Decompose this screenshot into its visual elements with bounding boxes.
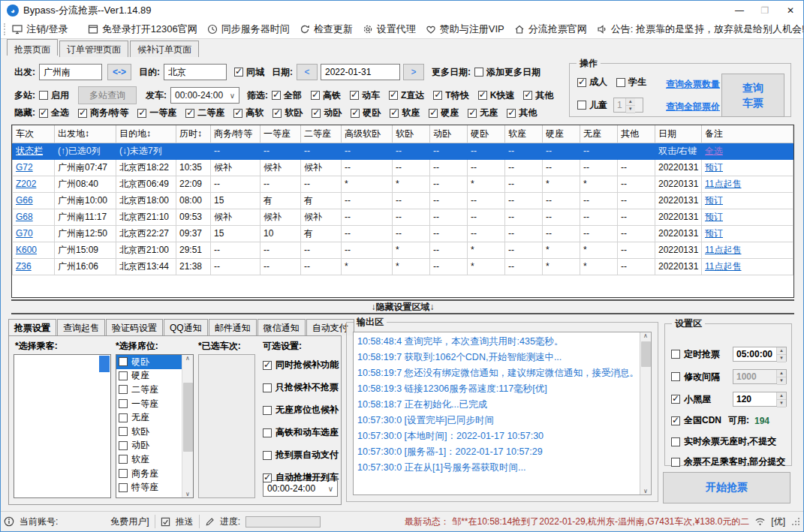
add-more-dates-checkbox[interactable]: 添加更多日期	[474, 66, 541, 79]
settings-tab-4[interactable]: 邮件通知	[209, 319, 257, 335]
seat-option-9[interactable]: 特等座	[116, 480, 182, 494]
child-count-stepper[interactable]: 1▲▼	[613, 98, 643, 113]
settings-tab-0[interactable]: 抢票设置	[8, 319, 56, 335]
hide-checkbox-4[interactable]: 高软	[233, 107, 263, 119]
child-checkbox[interactable]: 儿童	[577, 99, 607, 112]
multi-enable-checkbox[interactable]: 启用	[39, 89, 69, 102]
scroll-up-icon[interactable]: ∧	[185, 355, 190, 362]
query-tickets-button[interactable]: 查询 车票	[721, 74, 784, 117]
hide-checkbox-6[interactable]: 动卧	[312, 107, 342, 119]
book-link[interactable]: 11点起售	[705, 179, 741, 189]
start-grab-button[interactable]: 开始抢票	[663, 472, 790, 503]
toolbar-open-12306[interactable]: 免登录打开12306官网	[88, 23, 197, 36]
column-header[interactable]: 软座	[505, 125, 543, 143]
column-header[interactable]: 二等座	[301, 125, 342, 143]
column-header[interactable]: 历时↕	[176, 125, 211, 143]
hide-checkbox-8[interactable]: 软座	[390, 107, 420, 119]
option-checkbox-5[interactable]: 自动抢增开列车	[263, 471, 339, 484]
seat-listbox[interactable]: 硬卧硬座二等座一等座无座软卧动卧软座商务座特等座 ∧∨	[116, 354, 194, 498]
seat-option-1[interactable]: 硬座	[116, 369, 182, 383]
scroll-down-icon[interactable]: ∨	[185, 491, 190, 497]
scrollbar-thumb[interactable]	[183, 383, 193, 452]
down-arrow-icon[interactable]: ▼	[626, 106, 635, 113]
down-arrow-icon[interactable]: ▼	[777, 355, 786, 362]
toolbar-check-update[interactable]: 检查更新	[300, 23, 353, 36]
hide-checkbox-3[interactable]: 二等座	[185, 107, 224, 119]
seat-option-7[interactable]: 软座	[116, 452, 182, 467]
filter-checkbox-0[interactable]: 全部	[272, 89, 302, 102]
filter-checkbox-5[interactable]: K快速	[478, 89, 515, 102]
student-checkbox[interactable]: 学生	[616, 76, 646, 89]
settings-tab-2[interactable]: 验证码设置	[106, 319, 163, 335]
toolbar-logout-login[interactable]: 注销/登录	[12, 23, 68, 36]
hide-checkbox-1[interactable]: 商务/特等	[78, 107, 128, 119]
seat-scrollbar[interactable]: ∧∨	[182, 355, 193, 497]
tab-grab-page[interactable]: 抢票页面	[7, 39, 58, 56]
scroll-down-icon[interactable]: ∨	[643, 488, 648, 494]
column-header[interactable]: 一等座	[260, 125, 301, 143]
checkbox[interactable]	[671, 437, 680, 446]
train-link[interactable]: Z36	[16, 261, 32, 272]
stepper-arrows[interactable]: ▲▼	[776, 347, 786, 361]
stepper-arrows[interactable]: ▲▼	[776, 370, 786, 383]
column-header[interactable]: 备注	[702, 125, 793, 143]
book-link[interactable]: 预订	[705, 195, 723, 206]
swap-stations-button[interactable]: <->	[107, 64, 131, 80]
column-header[interactable]: 动卧	[430, 125, 468, 143]
hide-checkbox-5[interactable]: 软卧	[273, 107, 303, 119]
filter-checkbox-3[interactable]: Z直达	[389, 89, 424, 102]
train-link[interactable]: K600	[16, 245, 37, 255]
column-header[interactable]: 车次	[13, 125, 55, 143]
hide-checkbox-9[interactable]: 硬座	[429, 107, 459, 119]
same-city-checkbox[interactable]: 同城	[234, 66, 264, 79]
checkbox[interactable]	[671, 350, 680, 359]
depart-time-select[interactable]: 00:00-24:00∨	[170, 87, 239, 104]
column-header[interactable]: 高级软卧	[342, 125, 393, 143]
filter-checkbox-2[interactable]: 动车	[350, 89, 380, 102]
option-checkbox-0[interactable]: 同时抢候补功能	[263, 359, 339, 371]
passenger-listbox[interactable]	[14, 354, 111, 498]
seat-option-3[interactable]: 一等座	[116, 397, 182, 411]
depart-station-input[interactable]: 广州南	[39, 64, 102, 80]
seat-option-2[interactable]: 二等座	[116, 383, 182, 397]
stepper-arrows[interactable]: ▲▼	[776, 392, 786, 406]
toolbar-sync-time[interactable]: 同步服务器时间	[207, 23, 290, 36]
book-link[interactable]: 预订	[705, 162, 723, 173]
select-all-link[interactable]: 全选	[705, 146, 723, 156]
hide-checkbox-7[interactable]: 硬卧	[351, 107, 381, 119]
checkbox[interactable]	[671, 458, 680, 467]
up-arrow-icon[interactable]: ▲	[777, 347, 786, 355]
query-remaining-link[interactable]: 查询余票数量	[666, 78, 720, 91]
hide-checkbox-2[interactable]: 一等座	[137, 107, 176, 119]
down-arrow-icon[interactable]: ▼	[777, 377, 786, 385]
train-link[interactable]: G68	[16, 212, 33, 222]
toolbar-vip[interactable]: 赞助与注册VIP	[426, 23, 504, 36]
book-link[interactable]: 预订	[705, 212, 723, 222]
column-header[interactable]: 目的地↕	[116, 125, 176, 143]
log-scrollbar[interactable]: ∧∨	[640, 332, 651, 494]
column-header[interactable]: 商务/特等	[211, 125, 260, 143]
up-arrow-icon[interactable]: ▲	[626, 98, 635, 106]
filter-checkbox-4[interactable]: T特快	[433, 89, 468, 102]
resize-grip[interactable]	[792, 518, 799, 525]
seat-option-5[interactable]: 软卧	[116, 425, 182, 439]
train-link[interactable]: G66	[16, 195, 33, 206]
toolbar-official-site[interactable]: 分流抢票官网	[514, 23, 587, 36]
filter-checkbox-6[interactable]: 其他	[523, 89, 553, 102]
train-link[interactable]: Z202	[16, 179, 36, 189]
option-checkbox-3[interactable]: 高铁和动车选座	[263, 426, 339, 439]
checkbox[interactable]	[671, 416, 680, 425]
date-prev-button[interactable]: <	[297, 64, 318, 80]
option-checkbox-1[interactable]: 只抢候补不抢票	[263, 381, 339, 394]
column-header[interactable]: 无座	[580, 125, 618, 143]
option-checkbox-2[interactable]: 无座席位也候补	[263, 404, 339, 416]
column-header[interactable]: 硬卧	[468, 125, 505, 143]
close-button[interactable]: ✕	[778, 1, 803, 20]
tab-order-management[interactable]: 订单管理页面	[59, 41, 128, 57]
column-header[interactable]: 其他	[618, 125, 655, 143]
toolbar-set-proxy[interactable]: 设置代理	[363, 23, 416, 36]
up-arrow-icon[interactable]: ▲	[777, 370, 786, 377]
tab-waitlist-orders[interactable]: 候补订单页面	[130, 41, 199, 57]
selected-trains-box[interactable]	[198, 354, 255, 498]
settings-tab-5[interactable]: 微信通知	[257, 319, 306, 335]
